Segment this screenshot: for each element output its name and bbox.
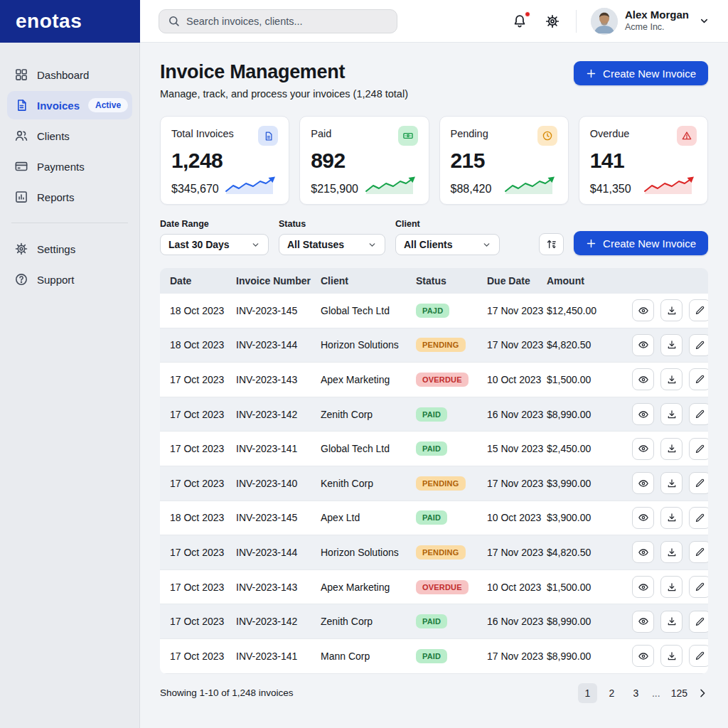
global-search[interactable] [159, 9, 397, 33]
table-row[interactable]: 17 Oct 2023 INV-2023-140 Kenith Corp PEN… [160, 466, 708, 501]
table-row[interactable]: 17 Oct 2023 INV-2023-142 Zenith Corp PAI… [160, 397, 708, 432]
eye-icon [638, 339, 649, 350]
download-invoice-button[interactable] [660, 438, 682, 460]
column-header-due-date[interactable]: Due Date [487, 275, 547, 287]
download-icon [666, 374, 678, 385]
edit-invoice-button[interactable] [689, 299, 708, 321]
sidebar-item-support[interactable]: Support [7, 265, 132, 294]
edit-invoice-button[interactable] [689, 438, 708, 460]
table-row[interactable]: 17 Oct 2023 INV-2023-141 Global Tech Ltd… [160, 432, 708, 466]
table-row[interactable]: 17 Oct 2023 INV-2023-144 Horizon Solutio… [160, 535, 708, 570]
edit-invoice-button[interactable] [689, 611, 708, 633]
cell-invoice-number: INV-2023-143 [236, 374, 321, 385]
edit-invoice-button[interactable] [689, 334, 708, 356]
eye-icon [638, 512, 649, 523]
settings-gear-button[interactable] [543, 12, 562, 31]
sidebar-item-reports[interactable]: Reports [7, 183, 132, 211]
view-invoice-button[interactable] [632, 368, 654, 390]
sidebar-item-clients[interactable]: Clients [7, 122, 132, 150]
user-menu[interactable]: Alex Morgan Acme Inc. [591, 8, 710, 35]
active-badge: Active [88, 98, 128, 112]
view-invoice-button[interactable] [632, 299, 654, 321]
sidebar-item-invoices[interactable]: Invoices Active [7, 91, 132, 119]
download-icon [666, 547, 678, 558]
cell-due-date: 17 Nov 2023 [487, 478, 547, 489]
download-invoice-button[interactable] [660, 403, 682, 425]
download-invoice-button[interactable] [660, 299, 682, 321]
download-icon [666, 305, 678, 316]
table-row[interactable]: 17 Oct 2023 INV-2023-143 Apex Marketing … [160, 363, 708, 397]
view-invoice-button[interactable] [632, 403, 654, 425]
download-invoice-button[interactable] [660, 507, 682, 529]
eye-icon [638, 478, 649, 489]
user-info: Alex Morgan Acme Inc. [625, 9, 689, 33]
page-header: Invoice Management Manage, track, and pr… [160, 61, 708, 100]
cell-client: Zenith Corp [321, 616, 416, 627]
edit-invoice-button[interactable] [689, 507, 708, 529]
edit-invoice-button[interactable] [689, 541, 708, 563]
next-page-button[interactable] [697, 687, 708, 699]
table-row[interactable]: 17 Oct 2023 INV-2023-142 Zenith Corp PAI… [160, 604, 708, 639]
create-invoice-button-filters[interactable]: Create New Invoice [574, 231, 708, 255]
sidebar-item-label: Invoices [37, 100, 80, 112]
download-invoice-button[interactable] [660, 576, 682, 598]
page-button-3[interactable]: 3 [626, 683, 646, 703]
edit-invoice-button[interactable] [689, 645, 708, 667]
main-content: Invoice Management Manage, track, and pr… [140, 43, 728, 728]
download-invoice-button[interactable] [660, 334, 682, 356]
notifications-button[interactable] [510, 12, 529, 31]
date-range-select[interactable]: Last 30 Days [160, 234, 269, 255]
edit-invoice-button[interactable] [689, 472, 708, 494]
column-header-date[interactable]: Date [170, 275, 236, 287]
users-icon [14, 129, 28, 143]
download-invoice-button[interactable] [660, 368, 682, 390]
view-invoice-button[interactable] [632, 334, 654, 356]
edit-invoice-button[interactable] [689, 368, 708, 390]
sidebar-item-label: Support [37, 274, 75, 286]
page-button-2[interactable]: 2 [602, 683, 621, 703]
table-row[interactable]: 17 Oct 2023 INV-2023-141 Mann Corp PAID … [160, 639, 708, 674]
sidebar-item-label: Reports [37, 191, 75, 203]
stats-row: Total Invoices 1,248 $345,670 Paid 892 [160, 116, 708, 205]
download-invoice-button[interactable] [660, 611, 682, 633]
table-row[interactable]: 18 Oct 2023 INV-2023-144 Horizon Solutio… [160, 328, 708, 363]
table-row[interactable]: 17 Oct 2023 INV-2023-143 Apex Marketing … [160, 570, 708, 605]
edit-invoice-button[interactable] [689, 403, 708, 425]
status-select[interactable]: All Statuses [279, 234, 385, 255]
sidebar-item-settings[interactable]: Settings [7, 235, 132, 263]
edit-invoice-button[interactable] [689, 576, 708, 598]
cell-client: Apex Ltd [321, 512, 416, 523]
row-actions [632, 645, 708, 667]
download-invoice-button[interactable] [660, 472, 682, 494]
page-button-125[interactable]: 125 [667, 683, 692, 703]
create-invoice-button-top[interactable]: Create New Invoice [574, 61, 708, 85]
view-invoice-button[interactable] [632, 611, 654, 633]
cell-invoice-number: INV-2023-145 [236, 512, 321, 523]
stat-value: 141 [590, 149, 697, 173]
download-invoice-button[interactable] [660, 541, 682, 563]
column-header-invoice-number[interactable]: Invoice Number [236, 275, 321, 287]
column-header-amount[interactable]: Amount [547, 275, 632, 287]
column-header-client[interactable]: Client [321, 275, 416, 287]
sidebar-item-dashboard[interactable]: Dashboard [7, 60, 132, 89]
view-invoice-button[interactable] [632, 541, 654, 563]
pencil-icon [695, 547, 705, 557]
view-invoice-button[interactable] [632, 507, 654, 529]
view-invoice-button[interactable] [632, 438, 654, 460]
view-invoice-button[interactable] [632, 472, 654, 494]
search-input[interactable] [186, 16, 388, 27]
client-select[interactable]: All Clients [395, 234, 500, 255]
download-invoice-button[interactable] [660, 645, 682, 667]
cell-date: 18 Oct 2023 [170, 305, 236, 316]
cell-invoice-number: INV-2023-141 [236, 651, 321, 662]
client-value: All Clients [404, 239, 452, 250]
table-row[interactable]: 18 Oct 2023 INV-2023-145 Apex Ltd PAID 1… [160, 501, 708, 536]
view-invoice-button[interactable] [632, 645, 654, 667]
sidebar-item-label: Clients [37, 130, 70, 142]
sidebar-item-payments[interactable]: Payments [7, 152, 132, 181]
table-row[interactable]: 18 Oct 2023 INV-2023-145 Global Tech Ltd… [160, 294, 708, 328]
sort-button[interactable] [539, 233, 564, 255]
column-header-status[interactable]: Status [416, 275, 487, 287]
view-invoice-button[interactable] [632, 576, 654, 598]
page-button-1[interactable]: 1 [578, 683, 597, 703]
